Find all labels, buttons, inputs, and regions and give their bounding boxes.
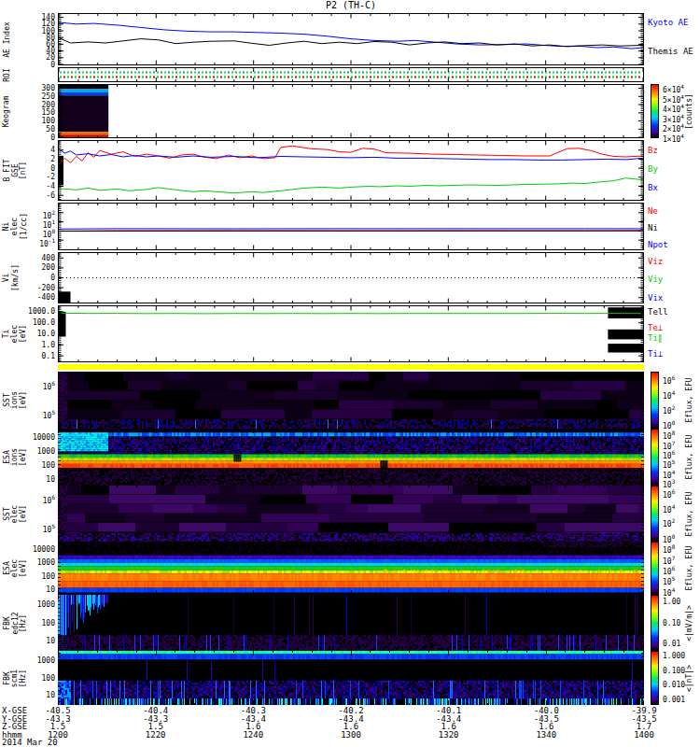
axis-value: 1200 bbox=[30, 731, 86, 740]
colorbar-tick-label: 5×104 bbox=[663, 93, 684, 104]
y-tick-label: 10 bbox=[24, 638, 55, 644]
colorbar-tick-label: 104 bbox=[663, 389, 675, 400]
axis-value: 1340 bbox=[518, 731, 574, 740]
keogram-plot bbox=[58, 84, 644, 138]
colorbar-unit-text: Eflux, EFU bbox=[685, 491, 693, 536]
y-tick-label: -200 bbox=[24, 285, 55, 291]
colorbar-unit-fbk_e: <|mV/m|> bbox=[684, 595, 693, 651]
colorbar-tick-label: 0.01 bbox=[663, 641, 680, 647]
colorbar-esa_elec bbox=[651, 542, 659, 595]
y-tick-label: 0 bbox=[24, 165, 55, 172]
y-tick-label: 10.0 bbox=[24, 331, 55, 337]
trace-label: Ti∥ bbox=[648, 334, 662, 343]
colorbar-tick-label: 0.100 bbox=[663, 668, 685, 674]
colorbar-fbk_e bbox=[651, 595, 659, 651]
esa_ions-spectrogram bbox=[58, 429, 644, 486]
fbk_e-spectrogram bbox=[58, 595, 644, 651]
colorbar-unit-text: [counts] bbox=[685, 93, 693, 130]
axis-label-text: ROI bbox=[3, 68, 11, 81]
y-tick-label: 1000 bbox=[24, 657, 55, 664]
y-tick-label: 106 bbox=[24, 494, 55, 504]
y-tick-label: 1000 bbox=[24, 448, 55, 455]
series-ti-par bbox=[59, 313, 643, 314]
axis-label-text: Keogram bbox=[3, 95, 11, 127]
colorbar-unit-text: <|mV/m|> bbox=[685, 605, 693, 641]
axis-label-ae: AE Index bbox=[2, 13, 11, 65]
series-by bbox=[59, 178, 643, 193]
colorbar-unit-text: Eflux, EFU bbox=[685, 377, 693, 422]
ae-plot bbox=[58, 13, 644, 65]
colorbar-unit-text: Eflux, EFU bbox=[685, 545, 693, 590]
y-tick-label: 2 bbox=[24, 156, 55, 162]
colorbar-sst_elec bbox=[651, 486, 659, 542]
fbk_b-spectrogram bbox=[58, 651, 644, 705]
axis-row-label-hhmm: hhmm bbox=[2, 731, 22, 740]
y-tick-label: 10 bbox=[24, 476, 55, 483]
y-tick-label: -2 bbox=[24, 174, 55, 180]
colorbar-unit-esa_ions: Eflux, EFU bbox=[684, 429, 693, 486]
ni-plot bbox=[58, 203, 644, 250]
y-tick-label: 0 bbox=[24, 275, 55, 281]
colorbar-unit-sst_elec: Eflux, EFU bbox=[684, 486, 693, 542]
colorbar-tick-label: 102 bbox=[663, 517, 675, 528]
y-tick-label: 0 bbox=[24, 134, 55, 141]
colorbar-tick-label: 6×104 bbox=[663, 83, 684, 93]
colorbar-tick-label: 3×104 bbox=[663, 113, 684, 123]
y-tick-label: 100 bbox=[24, 462, 55, 469]
y-tick-label: 150 bbox=[24, 109, 55, 116]
roi-plot bbox=[58, 67, 644, 82]
y-tick-label: 0 bbox=[24, 62, 55, 68]
y-tick-label: 300 bbox=[24, 85, 55, 92]
y-tick-label: 250 bbox=[24, 93, 55, 100]
axis-value: 1240 bbox=[225, 731, 281, 740]
colorbar-tick-label: 0.001 bbox=[663, 697, 685, 703]
trace-label: Bz bbox=[648, 147, 658, 155]
y-tick-label: 1000 bbox=[24, 601, 55, 608]
trace-label: Ni bbox=[648, 224, 658, 233]
colorbar-tick-label: 106 bbox=[663, 374, 675, 385]
colorbar-tick-label: 104 bbox=[663, 469, 675, 479]
colorbar-tick-label: 100 bbox=[663, 533, 675, 543]
colorbar-tick-label: 104 bbox=[663, 586, 675, 597]
themis-overview-plot: P2 (TH-C) 2014 Mar 20 AE Index1401201008… bbox=[0, 0, 700, 747]
axis-value: 1400 bbox=[616, 731, 672, 740]
trace-label: Viz bbox=[648, 258, 663, 266]
colorbar-tick-label: 103 bbox=[663, 478, 675, 488]
colorbar-unit-text: <|nT|> bbox=[685, 665, 693, 692]
series-bz bbox=[59, 146, 643, 164]
axis-label-text: AE Index bbox=[3, 21, 11, 58]
axis-label-text: [eV] bbox=[20, 504, 28, 522]
y-tick-label: 200 bbox=[24, 264, 55, 271]
colorbar-tick-label: 108 bbox=[663, 543, 675, 554]
y-tick-label: 10000 bbox=[24, 434, 55, 441]
y-tick-label: 400 bbox=[24, 255, 55, 261]
temp-plot bbox=[58, 305, 644, 362]
axis-value: 1220 bbox=[128, 731, 184, 740]
colorbar-tick-label: 1.000 bbox=[663, 653, 685, 659]
colorbar-tick-label: 2×104 bbox=[663, 122, 684, 133]
trace-label: Te⊥ bbox=[648, 324, 663, 332]
trace-label: Tell bbox=[648, 308, 668, 317]
colorbar-tick-label: 106 bbox=[663, 488, 675, 499]
axis-value: 1300 bbox=[323, 731, 379, 740]
colorbar-keogram bbox=[651, 84, 659, 138]
colorbar-tick-label: 108 bbox=[663, 430, 675, 440]
y-tick-label: 10-1 bbox=[24, 237, 55, 247]
axis-label-vi: [km/s] bbox=[10, 252, 20, 303]
plot-title: P2 (TH-C) bbox=[58, 0, 644, 11]
colorbar-esa_ions bbox=[651, 429, 659, 486]
series-kyoto-ae bbox=[59, 22, 643, 49]
colorbar-unit-fbk_b: <|nT|> bbox=[684, 651, 693, 705]
y-tick-label: 105 bbox=[24, 409, 55, 419]
colorbar-tick-label: 106 bbox=[663, 449, 675, 459]
y-tick-label: 4 bbox=[24, 147, 55, 153]
trace-label: Ti⊥ bbox=[648, 350, 663, 359]
sst_ions-spectrogram bbox=[58, 372, 644, 429]
y-tick-label: 10 bbox=[24, 586, 55, 593]
colorbar-sst_ions bbox=[651, 372, 659, 429]
colorbar-tick-label: 105 bbox=[663, 575, 675, 585]
trace-label: Bx bbox=[648, 184, 658, 192]
fast-survey-flag-bar bbox=[58, 364, 644, 370]
y-tick-label: 100.0 bbox=[24, 319, 55, 326]
y-tick-label: 10 bbox=[24, 692, 55, 698]
